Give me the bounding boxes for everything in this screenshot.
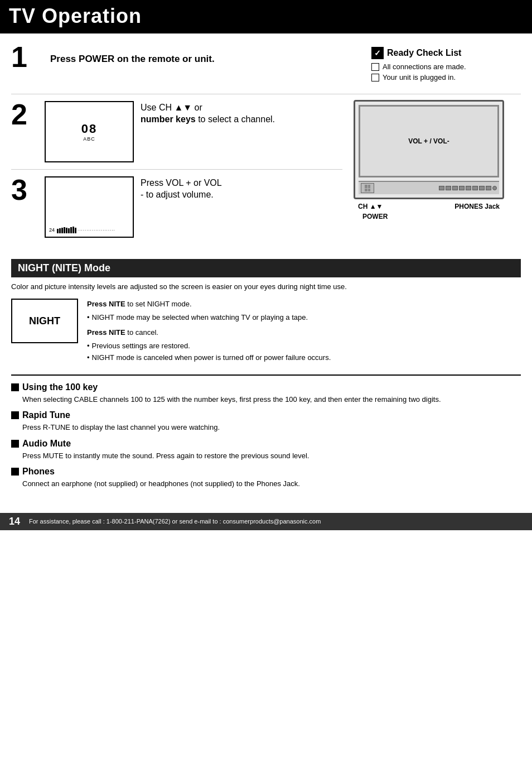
- vol-bar-row: 24: [49, 227, 129, 233]
- checkmark-icon: ✓: [371, 47, 384, 59]
- vol-bar-4: [64, 227, 65, 233]
- section-audio-mute-text: Press MUTE to instantly mute the sound. …: [11, 450, 521, 462]
- night-bullet-2-text: Previous settings are restored.: [92, 340, 190, 352]
- channel-display: 08: [81, 122, 97, 136]
- section-bullet-mute: [11, 440, 19, 448]
- bullet-2-icon: •: [87, 340, 90, 352]
- tv-button-6: [472, 186, 478, 190]
- night-mode-content: NIGHT Press NITE to set NIGHT mode. • NI…: [11, 299, 521, 363]
- night-mode-header-text: NIGHT (NITE) Mode: [18, 262, 110, 273]
- night-bullet-3: • NIGHT mode is canceled when power is t…: [87, 352, 521, 363]
- vol-bars: [57, 227, 76, 233]
- night-mode-description: Color and picture intensity levels are a…: [11, 282, 521, 292]
- tv-unit: VOL + / VOL-: [354, 100, 504, 220]
- steps-2-3-layout: 2 08 ABC Use CH ▲▼ or number keys to sel…: [11, 100, 521, 250]
- page-number: 14: [9, 516, 20, 527]
- title-text: TV Operation: [9, 4, 142, 27]
- section-phones-title: Phones: [11, 467, 521, 477]
- section-phones-text: Connect an earphone (not supplied) or he…: [11, 478, 521, 489]
- section-rapid-tune-title: Rapid Tune: [11, 410, 521, 420]
- step-3-number: 3: [11, 175, 39, 204]
- bullet-3-icon: •: [87, 352, 90, 363]
- step-3-content: 24: [45, 175, 342, 239]
- tv-button-8: [486, 186, 491, 190]
- tv-power-label: POWER: [354, 213, 504, 220]
- step-3-row: 3 24: [11, 175, 342, 244]
- check-item-1: All connections are made.: [371, 63, 514, 71]
- vol-dots: ·····················: [78, 228, 115, 233]
- vol-bar-1: [57, 229, 59, 233]
- vol-bar-2: [59, 228, 61, 233]
- channel-screen-box: 08 ABC: [45, 101, 134, 162]
- tv-phones-label: PHONES Jack: [454, 203, 500, 210]
- section-100-key-text: When selecting CABLE channels 100 to 125…: [11, 394, 521, 405]
- tv-controls-row: [359, 181, 499, 194]
- section-rapid-tune-label: Rapid Tune: [22, 410, 70, 420]
- night-instructions: Press NITE to set NIGHT mode. • NIGHT mo…: [87, 299, 521, 363]
- ready-check-box: ✓ Ready Check List All connections are m…: [365, 42, 521, 88]
- tv-illustration-col: VOL + / VOL-: [354, 100, 521, 250]
- section-bullet-phones: [11, 468, 19, 476]
- night-box: NIGHT: [11, 299, 78, 343]
- vol-bar-5: [66, 228, 67, 233]
- step-2-number: 2: [11, 100, 39, 129]
- section-phones: Phones Connect an earphone (not supplied…: [11, 467, 521, 489]
- step-1-left: 1 Press POWER on the remote or unit.: [11, 42, 354, 71]
- step-3-desc: Press VOL + or VOL - to adjust volume.: [141, 175, 222, 201]
- steps-left-col: 2 08 ABC Use CH ▲▼ or number keys to sel…: [11, 100, 342, 250]
- step-2-row: 2 08 ABC Use CH ▲▼ or number keys to sel…: [11, 100, 342, 170]
- check-item-1-text: All connections are made.: [383, 63, 466, 71]
- checkbox-1: [371, 63, 379, 71]
- footer: 14 For assistance, please call : 1-800-2…: [0, 513, 532, 530]
- ready-check-label: Ready Check List: [387, 48, 461, 58]
- night-bullet-1-text: NIGHT mode may be selected when watching…: [92, 312, 308, 323]
- tv-button-4: [459, 186, 465, 190]
- night-bullet-1: • NIGHT mode may be selected when watchi…: [87, 312, 521, 323]
- night-bullet-2: • Previous settings are restored.: [87, 340, 521, 352]
- section-bullet-100: [11, 383, 19, 391]
- checkbox-2: [371, 74, 379, 81]
- night-box-label: NIGHT: [29, 315, 60, 327]
- tv-ch-label: CH ▲▼: [358, 203, 383, 210]
- tv-button-3: [452, 186, 458, 190]
- step-2-bold2: number keys: [141, 114, 196, 124]
- step-2-normal: to select a channel.: [196, 114, 275, 124]
- step-1-text: Press POWER on the remote or unit.: [45, 49, 215, 65]
- step-2-content: 08 ABC Use CH ▲▼ or number keys to selec…: [45, 100, 342, 164]
- bullet-1-icon: •: [87, 312, 90, 323]
- page-title: TV Operation: [0, 0, 532, 33]
- section-bullet-rapid: [11, 411, 19, 419]
- tv-button-2: [446, 186, 451, 190]
- section-rapid-tune: Rapid Tune Press R-TUNE to display the l…: [11, 410, 521, 433]
- vol-bar-8: [72, 227, 74, 233]
- night-bullet-3-text: NIGHT mode is canceled when power is tur…: [92, 352, 331, 363]
- tv-labels-row: CH ▲▼ PHONES Jack: [354, 203, 504, 210]
- footer-text: For assistance, please call : 1-800-211-…: [29, 518, 321, 525]
- step-3-normal: - to adjust volume.: [141, 190, 214, 199]
- tv-outer: VOL + / VOL-: [354, 100, 504, 199]
- tv-dial: [492, 186, 497, 190]
- vol-bar-7: [70, 227, 72, 233]
- check-item-2: Your unit is plugged in.: [371, 73, 514, 81]
- section-100-key: Using the 100 key When selecting CABLE c…: [11, 382, 521, 405]
- press-nite-set-bold: Press NITE: [87, 300, 125, 308]
- check-item-2-text: Your unit is plugged in.: [383, 73, 456, 81]
- ready-check-title: ✓ Ready Check List: [371, 47, 514, 59]
- vol-bar-6: [68, 228, 70, 233]
- step-1-number: 1: [11, 42, 39, 71]
- section-100-key-title: Using the 100 key: [11, 382, 521, 392]
- step-2-desc: Use CH ▲▼ or number keys to select a cha…: [141, 100, 275, 126]
- channel-sub: ABC: [83, 136, 95, 142]
- vol-bar-3: [61, 228, 63, 233]
- section-audio-mute-label: Audio Mute: [22, 439, 71, 449]
- press-nite-set-normal: to set NIGHT mode.: [125, 300, 192, 308]
- section-100-key-label: Using the 100 key: [22, 382, 98, 392]
- tv-button-7: [479, 186, 485, 190]
- bottom-sections: Using the 100 key When selecting CABLE c…: [11, 375, 521, 489]
- vol-number: 24: [49, 227, 55, 233]
- section-rapid-tune-text: Press R-TUNE to display the last channel…: [11, 422, 521, 433]
- tv-buttons-group: [439, 186, 497, 190]
- speaker-icon: [361, 183, 374, 193]
- tv-button-5: [466, 186, 471, 190]
- step-1-row: 1 Press POWER on the remote or unit. ✓ R…: [11, 42, 521, 94]
